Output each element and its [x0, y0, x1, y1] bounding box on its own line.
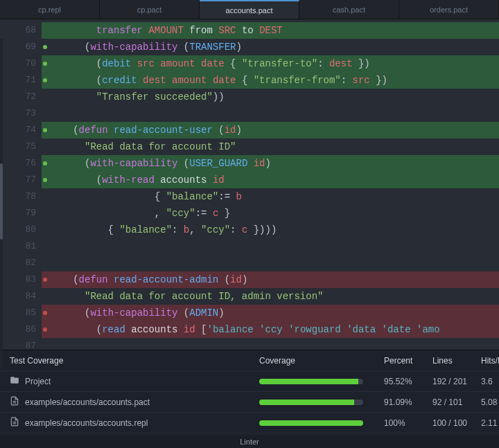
code-line[interactable]: (with-capability (USER_GUARD id) [42, 155, 499, 172]
code-line[interactable]: (with-capability (ADMIN) [42, 305, 499, 321]
line-number: 80 [0, 222, 42, 238]
code-line[interactable] [42, 338, 499, 350]
coverage-hits: 2.11 [481, 418, 499, 428]
line-number: 78 [0, 188, 42, 205]
coverage-panel: Test Coverage Coverage Percent Lines Hit… [0, 350, 499, 448]
coverage-miss-icon [43, 278, 47, 282]
coverage-header-bar: Coverage [259, 356, 384, 366]
coverage-row-name: examples/accounts/accounts.pact [25, 397, 150, 407]
code-line[interactable]: (read accounts id ['balance 'ccy 'rowgua… [42, 321, 499, 338]
line-number: 73 [0, 105, 42, 122]
line-number: 79 [0, 205, 42, 222]
coverage-header-lines: Lines [432, 356, 481, 366]
line-number: 72 [0, 89, 42, 105]
code-line[interactable]: "Transfer succeeded")) [42, 89, 499, 105]
code-line[interactable] [42, 105, 499, 122]
tab-cp-pact[interactable]: cp.pact [100, 0, 200, 19]
line-number: 68 [0, 22, 42, 39]
tab-orders-pact[interactable]: orders.pact [399, 0, 499, 19]
coverage-header-pct: Percent [384, 356, 432, 366]
line-number: 71 [0, 72, 42, 89]
coverage-hit-icon [43, 178, 47, 182]
line-number: 84 [0, 288, 42, 305]
coverage-lines: 100 / 100 [432, 418, 481, 428]
coverage-hit-icon [43, 62, 47, 66]
line-number: 76 [0, 155, 42, 172]
line-number: 82 [0, 255, 42, 271]
coverage-hit-icon [43, 128, 47, 132]
coverage-miss-icon [43, 328, 47, 332]
code-line[interactable]: "Read data for account ID" [42, 138, 499, 155]
tab-bar: cp.replcp.pactaccounts.pactcash.pactorde… [0, 0, 499, 19]
editor[interactable]: 6869707172737475767778798081828384858687… [0, 19, 499, 350]
coverage-row-name: Project [25, 377, 51, 386]
line-number: 83 [0, 271, 42, 288]
coverage-lines: 92 / 101 [432, 397, 481, 407]
file-icon [10, 396, 19, 408]
code-line[interactable]: { "balance":= b [42, 188, 499, 205]
code-line[interactable]: (defun read-account-user (id) [42, 122, 499, 138]
coverage-hits: 5.08 [481, 397, 499, 407]
line-number: 86 [0, 321, 42, 338]
coverage-hit-icon [43, 78, 47, 82]
coverage-hit-icon [43, 45, 47, 49]
line-number: 70 [0, 55, 42, 72]
code-line[interactable]: (debit src amount date { "transfer-to": … [42, 55, 499, 72]
tab-cp-repl[interactable]: cp.repl [0, 0, 100, 19]
coverage-bar [259, 400, 363, 405]
file-icon [10, 417, 19, 429]
tab-accounts-pact[interactable]: accounts.pact [200, 0, 299, 19]
line-number: 75 [0, 138, 42, 155]
folder-icon [10, 375, 19, 387]
code-line[interactable]: , "ccy":= c } [42, 205, 499, 222]
line-number: 74 [0, 122, 42, 138]
coverage-hits: 3.6 [481, 377, 499, 386]
coverage-header-name: Test Coverage [10, 356, 259, 366]
coverage-bar [259, 420, 363, 426]
coverage-miss-icon [43, 311, 47, 315]
coverage-header-row: Test Coverage Coverage Percent Lines Hit… [0, 350, 499, 371]
coverage-row-name: examples/accounts/accounts.repl [25, 418, 148, 428]
code-line[interactable]: { "balance": b, "ccy": c }))) [42, 222, 499, 238]
tab-cash-pact[interactable]: cash.pact [299, 0, 399, 19]
code-line[interactable]: (credit dest amount date { "transfer-fro… [42, 72, 499, 89]
status-bar: Linter [0, 436, 499, 448]
coverage-percent: 91.09% [384, 397, 432, 407]
linter-status[interactable]: Linter [240, 438, 259, 446]
code-line[interactable]: transfer AMOUNT from SRC to DEST [42, 22, 499, 39]
code-line[interactable]: "Read data for account ID, admin version… [42, 288, 499, 305]
coverage-row[interactable]: examples/accounts/accounts.pact91.09%92 … [0, 392, 499, 413]
coverage-row[interactable]: Project95.52%192 / 2013.6 [0, 371, 499, 392]
coverage-hit-icon [43, 161, 47, 165]
line-number: 69 [0, 39, 42, 55]
line-number: 77 [0, 172, 42, 188]
code-line[interactable]: (with-capability (TRANSFER) [42, 39, 499, 55]
coverage-percent: 95.52% [384, 377, 432, 386]
coverage-header-hits: Hits/L [481, 356, 499, 366]
code-line[interactable] [42, 238, 499, 255]
coverage-bar [259, 379, 363, 384]
coverage-row[interactable]: examples/accounts/accounts.repl100%100 /… [0, 413, 499, 433]
code-line[interactable]: (defun read-account-admin (id) [42, 271, 499, 288]
code-line[interactable]: (with-read accounts id [42, 172, 499, 188]
code-area[interactable]: transfer AMOUNT from SRC to DEST (with-c… [42, 19, 499, 350]
gutter: 6869707172737475767778798081828384858687 [0, 19, 42, 350]
coverage-lines: 192 / 201 [432, 377, 481, 386]
line-number: 87 [0, 338, 42, 355]
code-line[interactable] [42, 255, 499, 271]
coverage-percent: 100% [384, 418, 432, 428]
line-number: 81 [0, 238, 42, 255]
line-number: 85 [0, 305, 42, 321]
